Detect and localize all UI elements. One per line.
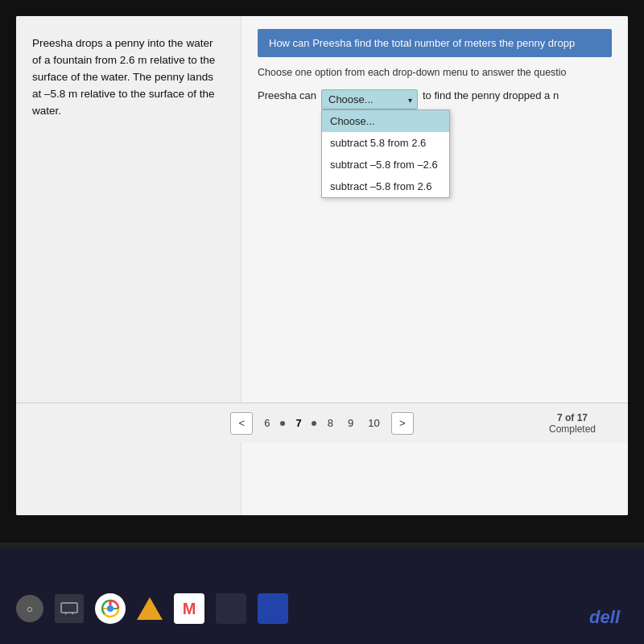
dropdown-option-2[interactable]: subtract –5.8 from –2.6 — [322, 154, 449, 175]
svg-point-4 — [107, 605, 114, 612]
question-suffix: to find the penny dropped a n — [423, 89, 559, 101]
dropdown-select[interactable]: Choose... ▾ — [321, 89, 418, 109]
chrome-svg — [101, 599, 120, 618]
bottom-nav: < 6 7 8 9 10 > 7 of 17 Completed — [16, 402, 628, 443]
drive-icon[interactable] — [137, 597, 163, 620]
dropdown-arrow-icon: ▾ — [408, 95, 412, 104]
svg-rect-0 — [61, 603, 77, 613]
page-number: 7 of 17 — [549, 412, 596, 423]
gmail-icon[interactable]: M — [174, 593, 204, 624]
nav-num-6[interactable]: 6 — [261, 415, 273, 431]
nav-num-10[interactable]: 10 — [365, 415, 382, 431]
problem-text: Preesha drops a penny into the water of … — [32, 35, 225, 120]
nav-num-7[interactable]: 7 — [293, 415, 305, 431]
question-row: Preesha can Choose... ▾ Choose... subtra… — [258, 89, 612, 109]
dropdown-option-1[interactable]: subtract 5.8 from 2.6 — [322, 132, 449, 154]
dropdown-wrapper[interactable]: Choose... ▾ Choose... subtract 5.8 from … — [321, 89, 418, 109]
monitor-icon — [60, 602, 78, 615]
nav-num-8[interactable]: 8 — [324, 415, 336, 431]
completed-label: Completed — [549, 423, 596, 435]
next-button[interactable]: > — [391, 412, 414, 435]
nav-dot-7 — [312, 421, 316, 426]
question-header: How can Preesha find the total number of… — [258, 29, 612, 57]
page-info: 7 of 17 Completed — [549, 412, 596, 435]
circle-button[interactable]: ○ — [16, 595, 43, 622]
dropdown-option-0[interactable]: Choose... — [322, 110, 449, 132]
blue-app-icon[interactable] — [258, 593, 288, 624]
question-header-text: How can Preesha find the total number of… — [269, 37, 575, 49]
nav-num-9[interactable]: 9 — [345, 415, 357, 431]
dark-app-icon[interactable] — [216, 593, 246, 624]
instruction-text: Choose one option from each drop-down me… — [258, 67, 612, 78]
dell-logo: dell — [589, 607, 620, 628]
taskbar: ○ M dell — [0, 573, 644, 644]
prev-button[interactable]: < — [230, 412, 253, 435]
question-prefix: Preesha can — [258, 89, 316, 101]
screen-icon[interactable] — [55, 594, 84, 623]
nav-dot-6 — [280, 421, 285, 426]
dropdown-menu: Choose... subtract 5.8 from 2.6 subtract… — [321, 109, 450, 198]
dropdown-option-3[interactable]: subtract –5.8 from 2.6 — [322, 175, 449, 197]
chrome-icon[interactable] — [95, 593, 126, 624]
